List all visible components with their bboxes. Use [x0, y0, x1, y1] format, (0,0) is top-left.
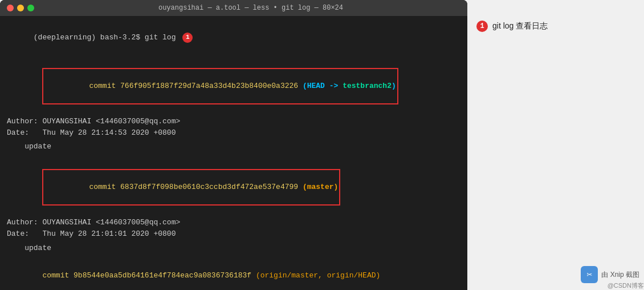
- terminal-window: ouyangsihai — a.tool — less • git log — …: [0, 0, 467, 290]
- close-button[interactable]: [7, 5, 14, 11]
- commit-1-head: (HEAD ->: [303, 82, 343, 90]
- commit-1-hash: commit 766f905f1887f29d7a48a33d4b23b8400…: [89, 82, 302, 90]
- commit-1-head-close: ): [392, 82, 396, 90]
- commit-1-author: Author: OUYANGSIHAI <1446037005@qq.com>: [7, 116, 460, 127]
- commit-3-branch: (origin/master, origin/HEAD): [256, 271, 380, 280]
- commit-2-date: Date: Thu May 28 21:01:01 2020 +0800: [7, 228, 460, 240]
- window-title: ouyangsihai — a.tool — less • git log — …: [41, 4, 460, 12]
- commit-3: commit 9b8544e0aa5db64161e4f784eac9a0836…: [7, 259, 460, 290]
- step-badge-1: 1: [182, 33, 193, 43]
- prompt-line: (deeplearning) bash-3.2$ git log 1: [7, 21, 460, 55]
- annotation-1: 1 git log 查看日志: [476, 21, 635, 32]
- commit-1-date: Date: Thu May 28 21:14:53 2020 +0800: [7, 127, 460, 139]
- commit-2: commit 6837d8f7f098be0610c3ccbd3df472ae5…: [7, 158, 460, 254]
- commit-3-hash: commit 9b8544e0aa5db64161e4f784eac9a0836…: [42, 271, 255, 280]
- minimize-button[interactable]: [17, 5, 24, 11]
- commit-2-branch: (master): [303, 183, 338, 191]
- terminal-body: (deeplearning) bash-3.2$ git log 1 commi…: [0, 16, 467, 290]
- commit-2-box: commit 6837d8f7f098be0610c3ccbd3df472ae5…: [42, 169, 340, 206]
- commit-2-message: update: [7, 243, 460, 254]
- csdn-watermark: @CSDN博客: [608, 281, 644, 290]
- annotation-text-1: git log 查看日志: [492, 21, 548, 31]
- annotation-badge-1: 1: [476, 21, 488, 32]
- commit-1-branch: testbranch2: [343, 82, 392, 90]
- commit-1-message: update: [7, 141, 460, 152]
- maximize-button[interactable]: [27, 5, 34, 11]
- commit-1-box: commit 766f905f1887f29d7a48a33d4b23b8400…: [42, 68, 398, 104]
- prompt-text: (deeplearning) bash-3.2$ git log: [34, 33, 180, 42]
- traffic-lights: [7, 5, 34, 11]
- commit-1-hash-line: commit 766f905f1887f29d7a48a33d4b23b8400…: [7, 56, 460, 116]
- title-bar: ouyangsihai — a.tool — less • git log — …: [0, 0, 467, 16]
- xnip-watermark: ✂ 由 Xnip 截图: [581, 266, 639, 283]
- xnip-icon: ✂: [581, 266, 598, 283]
- commit-3-hash-line: commit 9b8544e0aa5db64161e4f784eac9a0836…: [7, 259, 460, 290]
- commit-1: commit 766f905f1887f29d7a48a33d4b23b8400…: [7, 56, 460, 152]
- right-panel: 1 git log 查看日志 ✂ 由 Xnip 截图 @CSDN博客: [467, 0, 644, 290]
- commit-2-hash: commit 6837d8f7f098be0610c3ccbd3df472ae5…: [89, 183, 302, 191]
- xnip-label: 由 Xnip 截图: [601, 270, 639, 280]
- commit-2-author: Author: OUYANGSIHAI <1446037005@qq.com>: [7, 217, 460, 228]
- commit-2-hash-line: commit 6837d8f7f098be0610c3ccbd3df472ae5…: [7, 158, 460, 218]
